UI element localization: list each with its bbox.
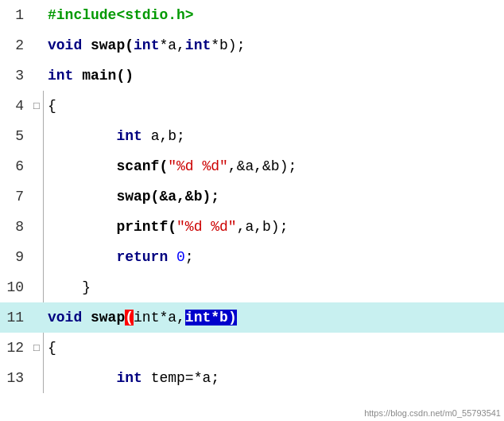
token: *b); — [211, 37, 245, 53]
code-line: 6 scanf("%d %d",&a,&b); — [0, 151, 504, 181]
token: { — [48, 340, 56, 356]
code-line: 5 int a,b; — [0, 121, 504, 151]
code-content: scanf("%d %d",&a,&b); — [43, 158, 504, 174]
token: swap — [82, 310, 125, 325]
code-content: void swap(int*a,int*b); — [43, 37, 504, 53]
line-number: 4 — [0, 98, 30, 114]
token: ,&a,&b); — [228, 158, 297, 174]
token: ; — [185, 249, 194, 265]
token — [168, 249, 176, 265]
code-line: 10 } — [0, 272, 504, 302]
code-content: void swap(int*a,int*b) — [43, 310, 504, 325]
line-number: 11 — [0, 310, 30, 325]
code-line: 1#include<stdio.h> — [0, 0, 504, 30]
token: ( — [125, 310, 134, 325]
token: scanf( — [48, 158, 168, 174]
token: int — [185, 37, 211, 53]
code-content: swap(&a,&b); — [43, 189, 504, 205]
token: return — [48, 249, 168, 265]
token: temp=*a; — [142, 370, 219, 386]
code-line: 9 return 0; — [0, 242, 504, 272]
line-number: 5 — [0, 128, 30, 144]
token: } — [48, 279, 91, 295]
token: printf( — [48, 219, 176, 235]
code-content: return 0; — [43, 249, 504, 265]
code-content: printf("%d %d",a,b); — [43, 219, 504, 235]
code-line: 2void swap(int*a,int*b); — [0, 30, 504, 60]
code-line: 13 int temp=*a; — [0, 363, 504, 393]
token: "%d %d" — [176, 219, 237, 235]
code-content: int temp=*a; — [43, 370, 504, 386]
line-number: 6 — [0, 158, 30, 174]
fold-icon: □ — [30, 100, 43, 112]
line-number: 9 — [0, 249, 30, 265]
token: void — [48, 310, 82, 325]
token: int — [48, 128, 142, 144]
token: "%d %d" — [168, 158, 228, 174]
line-number: 3 — [0, 68, 30, 84]
line-number: 10 — [0, 279, 30, 295]
fold-icon: □ — [30, 342, 43, 354]
code-line: 7 swap(&a,&b); — [0, 181, 504, 212]
code-line: 8 printf("%d %d",a,b); — [0, 212, 504, 242]
code-content: { — [43, 340, 504, 356]
token: ,a,b); — [237, 219, 289, 235]
watermark: https://blog.csdn.net/m0_55793541 — [364, 408, 501, 418]
token: swap( — [82, 37, 134, 53]
line-number: 1 — [0, 7, 30, 23]
line-number: 2 — [0, 37, 30, 53]
token: a,b; — [142, 128, 185, 144]
line-number: 12 — [0, 340, 30, 356]
token: void — [48, 37, 82, 53]
token: swap(&a,&b); — [48, 189, 219, 205]
line-number: 13 — [0, 370, 30, 386]
token: ) — [228, 310, 237, 325]
code-content: } — [43, 279, 504, 295]
code-line: 12□{ — [0, 333, 504, 363]
code-content: int a,b; — [43, 128, 504, 144]
token: *a, — [159, 37, 184, 53]
token: #include<stdio.h> — [48, 7, 194, 23]
code-line: 3int main() — [0, 60, 504, 91]
code-content: { — [43, 98, 504, 114]
token: int — [134, 37, 159, 53]
code-line: 11void swap(int*a,int*b) — [0, 302, 504, 333]
code-content: int main() — [43, 68, 504, 84]
code-content: #include<stdio.h> — [43, 7, 504, 23]
code-editor: 1#include<stdio.h>2void swap(int*a,int*b… — [0, 0, 504, 421]
line-number: 7 — [0, 189, 30, 205]
token: int*a, — [134, 310, 185, 325]
code-line: 4□{ — [0, 91, 504, 121]
token: int*b — [185, 310, 228, 325]
token: { — [48, 98, 56, 114]
line-number: 8 — [0, 219, 30, 235]
token: main() — [73, 68, 134, 84]
token: int — [48, 370, 142, 386]
token: int — [48, 68, 73, 84]
token: 0 — [176, 249, 185, 265]
